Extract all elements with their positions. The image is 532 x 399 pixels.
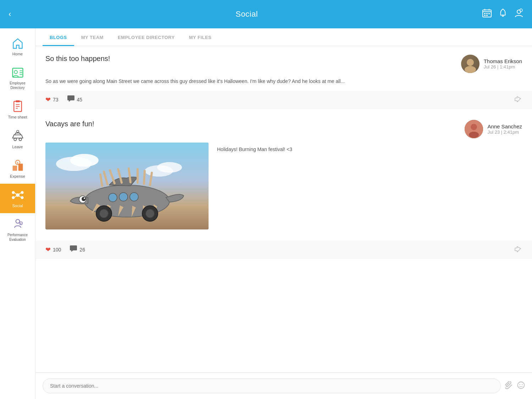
post-1-author-info: Thomas Erikson Jul 26 | 1:41pm (484, 58, 522, 70)
sidebar: Home EmployeeDirectory (0, 28, 35, 399)
tab-my-team[interactable]: MY TEAM (74, 28, 111, 46)
svg-text:$: $ (20, 222, 21, 225)
sidebar-item-home[interactable]: Home (0, 32, 35, 61)
attachment-icon[interactable] (505, 381, 513, 391)
post-1-comments-count: 45 (77, 97, 83, 102)
sidebar-item-social[interactable]: Social (0, 184, 35, 213)
post-2-author-date: Jul 23 | 2:41pm (487, 129, 522, 135)
sidebar-item-expense-label: Expense (10, 174, 25, 179)
user-icon[interactable]: $ (514, 9, 523, 20)
post-1-avatar (461, 55, 480, 73)
svg-point-53 (70, 154, 99, 167)
svg-line-37 (19, 193, 21, 194)
tab-my-files[interactable]: MY FILES (182, 28, 219, 46)
svg-point-43 (467, 59, 474, 66)
svg-point-76 (518, 382, 525, 388)
main-layout: Home EmployeeDirectory (0, 28, 532, 399)
post-1-author-date: Jul 26 | 1:41pm (484, 64, 522, 70)
svg-point-78 (522, 384, 522, 384)
tab-blogs[interactable]: BLOGS (43, 28, 74, 46)
svg-line-39 (19, 196, 21, 198)
post-2-reactions: ❤ 100 26 (35, 241, 532, 258)
post-1-title: So this too happens! (45, 55, 110, 63)
sidebar-item-timesheet-label: Time sheet (8, 115, 27, 120)
blog-post-2: Vacays are fun! Anne Sanchez Jul 23 | 2:… (35, 111, 532, 259)
social-icon (11, 189, 24, 201)
svg-rect-27 (12, 166, 17, 171)
top-header: ‹ Social (0, 0, 532, 28)
svg-point-77 (519, 384, 520, 384)
conversation-input-area (35, 372, 532, 399)
input-icons (505, 381, 525, 391)
post-2-body: Holidays! Burning Man festival! <3 (217, 143, 292, 153)
post-2-image (45, 143, 209, 229)
svg-point-68 (109, 193, 117, 202)
post-2-title: Vacays are fun! (45, 120, 94, 128)
post-2-avatar (465, 120, 483, 138)
sidebar-item-expense[interactable]: $ Expense (0, 154, 35, 184)
svg-line-38 (15, 196, 16, 198)
svg-point-31 (16, 194, 19, 197)
post-1-author: Thomas Erikson Jul 26 | 1:41pm (461, 55, 522, 73)
tab-employee-directory[interactable]: EMPLOYEE DIRECTORY (111, 28, 182, 46)
svg-point-44 (465, 66, 476, 73)
svg-point-25 (19, 138, 21, 140)
post-1-header: So this too happens! Thomas Erikson Jul … (45, 55, 522, 73)
sidebar-item-leave-label: Leave (12, 144, 23, 149)
post-2-like-button[interactable]: ❤ 100 (45, 246, 61, 254)
blog-post-1: So this too happens! Thomas Erikson Jul … (35, 46, 532, 109)
svg-point-74 (146, 209, 154, 218)
svg-point-10 (503, 9, 504, 10)
svg-point-35 (21, 196, 23, 199)
heart-icon: ❤ (45, 96, 51, 104)
content-area: BLOGS MY TEAM EMPLOYEE DIRECTORY MY FILE… (35, 28, 532, 399)
emoji-icon[interactable] (517, 381, 525, 391)
sidebar-item-leave[interactable]: Leave (0, 125, 35, 154)
post-2-comment-button[interactable]: 26 (70, 245, 85, 254)
svg-point-33 (21, 191, 23, 194)
tabs-bar: BLOGS MY TEAM EMPLOYEE DIRECTORY MY FILE… (35, 28, 532, 46)
sidebar-item-timesheet[interactable]: Time sheet (0, 95, 35, 124)
svg-point-58 (82, 197, 86, 201)
bell-icon[interactable] (499, 9, 507, 20)
svg-point-32 (12, 191, 14, 194)
expense-icon: $ (11, 159, 24, 172)
post-2-comments-count: 26 (79, 247, 85, 253)
post-1-share-button[interactable] (514, 95, 522, 104)
back-button[interactable]: ‹ (9, 10, 11, 19)
home-icon (11, 37, 24, 50)
calendar-icon[interactable] (482, 9, 492, 20)
post-1-likes-count: 73 (53, 97, 59, 102)
sidebar-item-employee-directory[interactable]: EmployeeDirectory (0, 61, 35, 95)
post-2-author-name: Anne Sanchez (487, 123, 522, 129)
post-2-author-info: Anne Sanchez Jul 23 | 2:41pm (487, 123, 522, 135)
post-2-author: Anne Sanchez Jul 23 | 2:41pm (465, 120, 522, 138)
svg-point-34 (12, 196, 14, 199)
svg-point-26 (16, 130, 18, 132)
svg-point-24 (14, 138, 16, 140)
post-1-author-name: Thomas Erikson (484, 58, 522, 64)
post-1-like-button[interactable]: ❤ 73 (45, 96, 59, 104)
performance-icon: $ (11, 218, 24, 231)
comment-icon-2 (70, 245, 77, 254)
blog-feed: So this too happens! Thomas Erikson Jul … (35, 46, 532, 372)
conversation-input[interactable] (43, 378, 501, 393)
post-1-body: So as we were going along Main Street we… (45, 77, 365, 85)
post-1-comment-button[interactable]: 45 (67, 95, 83, 104)
sidebar-item-performance-label: PerformanceEvaluation (7, 233, 28, 242)
post-2-share-button[interactable] (514, 245, 522, 254)
post-1-reactions: ❤ 73 45 (35, 91, 532, 108)
sidebar-item-performance[interactable]: $ PerformanceEvaluation (0, 213, 35, 247)
sidebar-item-home-label: Home (12, 51, 23, 56)
svg-line-66 (144, 171, 145, 184)
employee-directory-icon (11, 66, 24, 79)
svg-point-48 (471, 124, 477, 130)
leave-icon (11, 130, 24, 143)
comment-icon (67, 95, 75, 104)
svg-rect-7 (484, 15, 486, 16)
svg-rect-28 (18, 164, 23, 171)
svg-rect-8 (486, 15, 488, 16)
sidebar-item-employee-label: EmployeeDirectory (10, 81, 25, 90)
svg-point-72 (100, 209, 108, 218)
svg-text:$: $ (17, 161, 18, 164)
